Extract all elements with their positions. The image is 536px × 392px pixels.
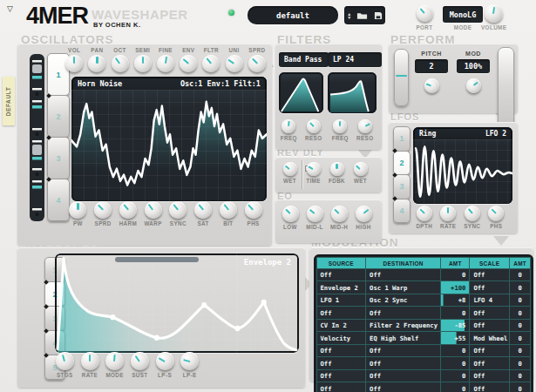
osc-routing-meta[interactable]: Osc:1 Env:1 Filt:1 <box>180 79 261 88</box>
mod-scale-amount[interactable]: 0 <box>509 294 532 308</box>
tab-1[interactable]: 1 <box>393 126 410 152</box>
knob-pan[interactable] <box>88 55 105 72</box>
mod-source[interactable]: Off <box>316 382 367 392</box>
port-knob[interactable] <box>417 5 433 22</box>
mod-source[interactable]: Off <box>316 369 367 383</box>
knob-fltr[interactable] <box>202 55 220 72</box>
mod-source[interactable]: Envelope 2 <box>316 280 367 294</box>
mod-destination[interactable]: Off <box>365 382 441 392</box>
envelope-node[interactable] <box>154 335 159 341</box>
mod-amount[interactable]: 0 <box>440 356 470 370</box>
pitch-range-value[interactable]: 2 <box>415 59 448 73</box>
knob-rate[interactable] <box>81 352 99 370</box>
mod-amount[interactable]: +100 <box>440 280 470 294</box>
tab-2[interactable]: 2 <box>47 95 70 138</box>
mod-amount[interactable]: +55 <box>440 331 470 345</box>
knob-warp[interactable] <box>145 201 162 219</box>
mod-scale-amount[interactable]: 0 <box>509 331 532 345</box>
mode-selector[interactable]: MonoLG <box>443 6 483 23</box>
knob-reso[interactable] <box>358 119 372 133</box>
mod-scale-amount[interactable]: 0 <box>509 268 532 282</box>
mod-destination[interactable]: Off <box>365 268 441 282</box>
mod-scale[interactable]: Off <box>469 369 510 383</box>
knob-rate[interactable] <box>440 206 456 221</box>
mod-source[interactable]: LFO 1 <box>316 294 367 308</box>
mod-destination[interactable]: Off <box>365 306 441 320</box>
tab-4[interactable]: 4 <box>393 199 410 224</box>
knob-fdbk[interactable] <box>330 162 344 176</box>
envelope-node[interactable] <box>261 300 267 305</box>
knob-phs[interactable] <box>245 201 262 219</box>
filter2-type-dropdown[interactable]: LP 24 <box>328 52 382 67</box>
filter1-type-dropdown[interactable]: Band Pass <box>279 52 329 67</box>
mod-scale-amount[interactable]: 0 <box>509 369 532 383</box>
mod-destination[interactable]: Off <box>365 344 441 358</box>
pitch-bend-knob[interactable] <box>424 78 439 93</box>
mod-scale[interactable]: Off <box>469 382 510 392</box>
knob-sprd[interactable] <box>94 201 112 219</box>
mod-source[interactable]: Off <box>316 356 367 370</box>
knob-lp-e[interactable] <box>180 352 199 370</box>
envelope-node[interactable] <box>234 326 240 331</box>
envelope-node[interactable] <box>110 314 115 320</box>
tab-3[interactable]: 3 <box>393 174 410 199</box>
knob-lp-s[interactable] <box>156 352 174 370</box>
mod-destination[interactable]: Off <box>365 356 441 370</box>
envelope-node[interactable] <box>201 302 207 308</box>
knob-sust[interactable] <box>131 352 149 370</box>
mod-scale-amount[interactable]: 0 <box>509 280 532 294</box>
knob-high[interactable] <box>356 206 372 222</box>
mod-destination[interactable]: Filter 2 Frequency <box>365 319 441 333</box>
mod-scale[interactable]: LFO 4 <box>469 294 510 308</box>
mod-source[interactable]: Off <box>316 268 367 282</box>
mod-scale[interactable]: Off <box>469 356 510 370</box>
knob-bit[interactable] <box>220 201 237 219</box>
folder-icon[interactable] <box>356 10 368 20</box>
knob-sync[interactable] <box>169 201 187 219</box>
mod-amount[interactable]: 0 <box>440 369 470 383</box>
mod-destination[interactable]: Osc 1 Warp <box>365 280 441 294</box>
mod-range-value[interactable]: 100% <box>457 59 490 73</box>
mod-source[interactable]: Off <box>316 344 367 358</box>
pitch-wheel[interactable] <box>394 49 409 106</box>
mod-amount[interactable]: 0 <box>440 344 470 358</box>
mod-scale-amount[interactable]: 0 <box>509 306 532 320</box>
mod-scale-amount[interactable]: 0 <box>509 344 532 358</box>
mod-scale[interactable]: Off <box>469 319 510 333</box>
knob-sync[interactable] <box>465 206 480 221</box>
knob-sprd[interactable] <box>248 55 266 72</box>
mod-scale-amount[interactable]: 0 <box>509 356 532 370</box>
mod-destination[interactable]: EQ High Shelf <box>365 331 441 345</box>
mod-amount[interactable]: 0 <box>440 306 470 320</box>
mod-destination[interactable]: Off <box>365 369 441 383</box>
oscillator-mix-multislider[interactable] <box>30 54 44 221</box>
wave-name[interactable]: Horn Noise <box>78 79 122 88</box>
mod-scale[interactable]: Mod Wheel <box>469 331 510 345</box>
mod-scale-amount[interactable]: 0 <box>509 382 532 392</box>
lfo-number[interactable]: LFO 2 <box>485 130 506 138</box>
mod-scale-amount[interactable]: 0 <box>509 319 532 333</box>
knob-semi[interactable] <box>134 55 152 72</box>
knob-stgs[interactable] <box>56 352 74 370</box>
mod-depth-knob[interactable] <box>466 78 481 93</box>
knob-low[interactable] <box>282 206 299 222</box>
knob-vol[interactable] <box>65 55 83 72</box>
knob-mid-h[interactable] <box>331 206 348 222</box>
knob-oct[interactable] <box>112 55 129 72</box>
mod-wheel[interactable] <box>498 47 514 131</box>
mod-source[interactable]: Velocity <box>316 331 367 345</box>
disclosure-triangle-icon[interactable]: ▽ <box>7 4 13 13</box>
knob-uni[interactable] <box>226 55 243 72</box>
mod-scale[interactable]: Off <box>469 306 510 320</box>
lfo-shape-name[interactable]: Ring <box>419 130 436 138</box>
knob-dpth[interactable] <box>417 206 432 221</box>
knob-phs[interactable] <box>488 206 504 221</box>
mod-amount[interactable]: 0 <box>440 268 470 282</box>
mod-amount[interactable]: +8 <box>440 294 470 308</box>
preset-display[interactable]: default <box>248 6 338 24</box>
knob-freq[interactable] <box>282 119 295 133</box>
knob-freq[interactable] <box>333 119 347 133</box>
knob-mid-l[interactable] <box>307 206 323 222</box>
knob-pw[interactable] <box>69 201 86 219</box>
knob-time[interactable] <box>307 162 321 176</box>
